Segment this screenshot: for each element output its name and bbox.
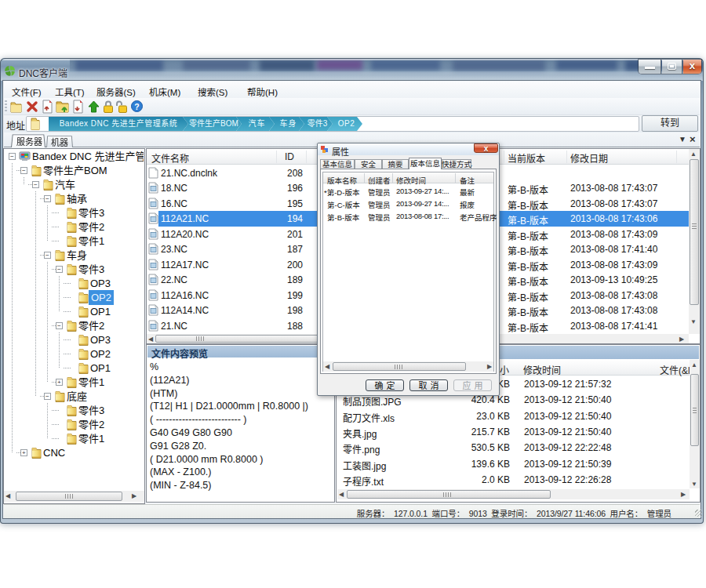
svg-text:?: ? <box>134 102 139 111</box>
